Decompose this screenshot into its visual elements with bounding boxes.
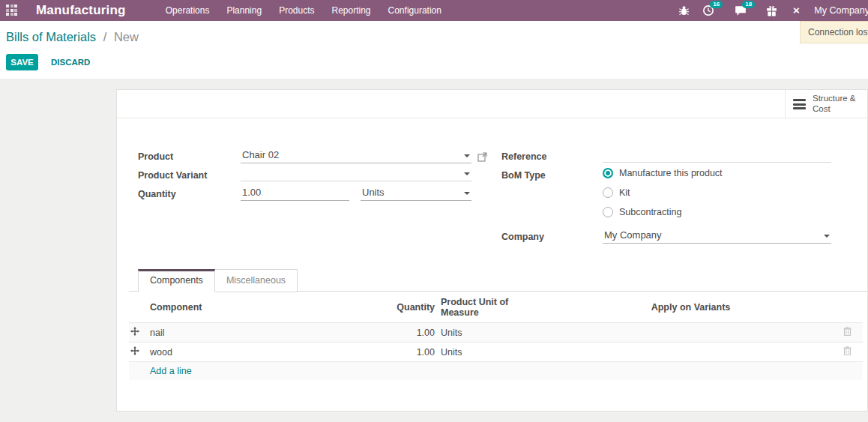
menu-reporting[interactable]: Reporting [330, 4, 373, 17]
connection-lost-toast: Connection lost. [800, 21, 868, 43]
variants-cell[interactable] [550, 343, 831, 362]
product-variant-label: Product Variant [138, 170, 207, 181]
reference-label: Reference [501, 151, 546, 162]
top-navbar: Manufacturing Operations Planning Produc… [0, 0, 868, 21]
user-company-menu[interactable]: My Company [814, 5, 868, 16]
uom-cell[interactable]: Units [438, 343, 550, 362]
add-a-line-link[interactable]: Add a line [150, 366, 192, 376]
components-table: Component Quantity Product Unit of Measu… [129, 292, 861, 380]
bom-type-subcontracting-label[interactable]: Subcontracting [619, 207, 681, 217]
quantity-cell[interactable]: 1.00 [391, 323, 438, 343]
navbar-systray: 16 18 × My Company [677, 0, 868, 21]
delete-row-trash-icon[interactable] [831, 343, 863, 362]
breadcrumb-bills-of-materials[interactable]: Bills of Materials [6, 30, 96, 43]
activities-clock-icon[interactable]: 16 [702, 4, 715, 17]
chevron-down-icon[interactable] [464, 172, 470, 175]
table-header-row: Component Quantity Product Unit of Measu… [129, 292, 863, 323]
structure-bars-icon [793, 99, 806, 109]
main-menu: Operations Planning Products Reporting C… [163, 4, 444, 17]
tab-components[interactable]: Components [138, 269, 215, 292]
radio-unselected-icon[interactable] [603, 187, 613, 198]
menu-planning[interactable]: Planning [224, 4, 264, 17]
save-button[interactable]: SAVE [6, 54, 38, 70]
apps-menu-icon[interactable] [6, 4, 21, 16]
gift-icon[interactable] [765, 4, 778, 17]
bom-type-manufacture-radio[interactable]: Manufacture this product [603, 168, 723, 178]
breadcrumb: Bills of Materials / New [6, 30, 139, 44]
uom-column-header[interactable]: Product Unit of Measure [438, 292, 550, 323]
breadcrumb-current: New [114, 30, 139, 43]
product-field[interactable]: Chair 02 [241, 149, 471, 163]
handle-column-header [129, 292, 147, 323]
tab-miscellaneous[interactable]: Miscellaneous [215, 269, 298, 292]
delete-row-trash-icon[interactable] [831, 323, 863, 343]
sheet-header: Structure & Cost [117, 90, 867, 118]
bom-type-kit-label[interactable]: Kit [619, 187, 630, 198]
chevron-down-icon[interactable] [824, 235, 830, 238]
uom-value: Units [362, 187, 385, 198]
structure-cost-button[interactable]: Structure & Cost [785, 90, 867, 118]
company-value: My Company [604, 229, 662, 241]
control-panel: Bills of Materials / New SAVE DISCARD [0, 21, 868, 79]
product-label: Product [138, 151, 173, 162]
chevron-down-icon[interactable] [464, 192, 470, 195]
debug-bug-icon[interactable] [677, 4, 690, 17]
trash-column-header [831, 292, 863, 323]
company-field[interactable]: My Company [603, 229, 831, 244]
structure-cost-label: Structure & Cost [813, 94, 861, 115]
component-cell[interactable]: wood [147, 343, 391, 362]
form-sheet: Structure & Cost Product Chair 02 Produc… [116, 89, 868, 412]
reference-field[interactable] [603, 149, 831, 163]
external-link-icon[interactable] [477, 151, 487, 165]
quantity-field[interactable]: 1.00 [241, 187, 349, 201]
menu-operations[interactable]: Operations [163, 4, 212, 17]
quantity-column-header[interactable]: Quantity [391, 292, 438, 323]
variants-column-header[interactable]: Apply on Variants [550, 292, 831, 323]
breadcrumb-separator: / [103, 30, 107, 43]
drag-handle-icon[interactable] [129, 323, 147, 343]
bom-type-kit-radio[interactable]: Kit [603, 187, 630, 198]
activities-count-badge: 16 [710, 1, 723, 8]
table-row: wood 1.00 Units [129, 343, 863, 362]
messages-count-badge: 18 [742, 1, 755, 8]
app-name[interactable]: Manufacturing [36, 3, 126, 18]
radio-selected-icon[interactable] [603, 168, 613, 178]
product-value: Chair 02 [242, 149, 279, 160]
menu-products[interactable]: Products [277, 4, 316, 17]
bom-type-subcontracting-radio[interactable]: Subcontracting [603, 207, 681, 217]
variants-cell[interactable] [550, 323, 831, 343]
content-area: Structure & Cost Product Chair 02 Produc… [0, 79, 868, 422]
component-cell[interactable]: nail [147, 323, 391, 343]
notebook-tabs: Components Miscellaneous [138, 269, 298, 292]
component-column-header[interactable]: Component [147, 292, 391, 323]
uom-field[interactable]: Units [361, 187, 471, 201]
product-variant-field[interactable] [241, 168, 471, 181]
close-icon[interactable]: × [789, 4, 803, 17]
messages-chat-icon[interactable]: 18 [734, 4, 747, 17]
table-row: nail 1.00 Units [129, 323, 863, 343]
company-label: Company [501, 232, 544, 242]
bom-type-manufacture-label[interactable]: Manufacture this product [619, 168, 723, 178]
quantity-cell[interactable]: 1.00 [391, 343, 438, 362]
empty-cell [129, 362, 147, 381]
add-line-row: Add a line [129, 362, 863, 381]
drag-handle-icon[interactable] [129, 343, 147, 362]
radio-unselected-icon[interactable] [603, 207, 613, 217]
discard-button[interactable]: DISCARD [51, 54, 90, 70]
bom-type-label: BoM Type [501, 170, 546, 181]
uom-cell[interactable]: Units [438, 323, 550, 343]
menu-configuration[interactable]: Configuration [386, 4, 444, 17]
chevron-down-icon[interactable] [464, 154, 470, 157]
quantity-label: Quantity [138, 189, 176, 199]
quantity-value: 1.00 [242, 187, 261, 198]
